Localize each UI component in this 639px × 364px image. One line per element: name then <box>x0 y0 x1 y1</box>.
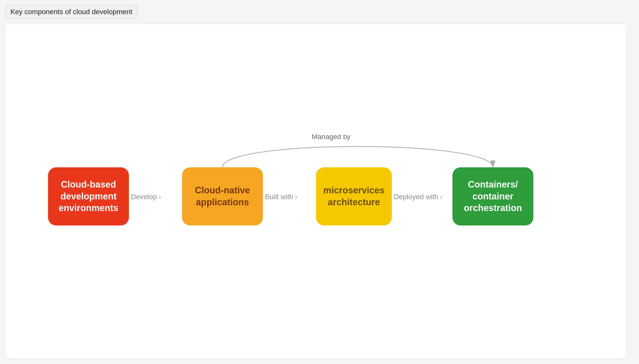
node-containers: Containers/container orchestration <box>452 167 533 225</box>
svg-text:Managed by: Managed by <box>312 134 351 141</box>
node-cloud-based: Cloud-baseddevelopmentenvironments <box>48 167 129 225</box>
title-text: Key components of cloud development <box>10 8 132 16</box>
diagram-container: Managed by Cloud-baseddevelopmentenviron… <box>5 24 627 359</box>
title-badge: Key components of cloud development <box>5 5 138 19</box>
diagram-inner: Managed by Cloud-baseddevelopmentenviron… <box>38 134 594 261</box>
arrow-deployed-with: Deployed with <box>394 192 443 201</box>
node-cloud-based-label: Cloud-baseddevelopmentenvironments <box>59 179 118 214</box>
node-microservices-label: microservicesarchitecture <box>323 185 384 208</box>
node-containers-label: Containers/container orchestration <box>458 179 528 214</box>
node-cloud-native: Cloud-nativeapplications <box>182 167 263 225</box>
node-cloud-native-label: Cloud-nativeapplications <box>195 185 250 208</box>
arrow-develop: Develop <box>131 192 161 201</box>
arrow-built-with: Built with <box>265 192 298 201</box>
arrow-develop-label: Develop <box>131 193 157 201</box>
arrow-built-with-label: Built with <box>265 193 293 201</box>
node-microservices: microservicesarchitecture <box>316 167 392 225</box>
arrow-deployed-with-label: Deployed with <box>394 193 438 201</box>
